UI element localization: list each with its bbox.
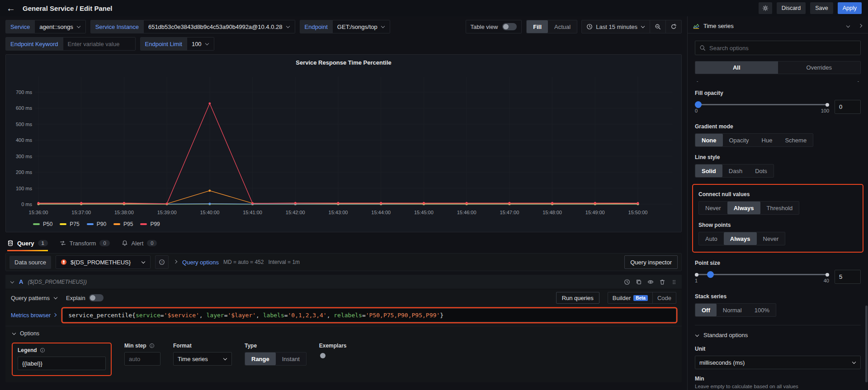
run-queries-button[interactable]: Run queries [556, 292, 599, 304]
query-options-toggle[interactable]: Query options [182, 259, 219, 266]
collapse-query-chevron-icon[interactable] [10, 279, 14, 283]
slider-start-dot [695, 273, 698, 277]
chevron-right-icon [53, 313, 57, 316]
timeseries-chart[interactable]: 0 ms100 ms200 ms300 ms400 ms500 ms600 ms… [11, 69, 676, 219]
alert-count-badge: 0 [147, 240, 157, 246]
tab-overrides[interactable]: Overrides [778, 61, 861, 74]
save-button[interactable]: Save [810, 2, 833, 14]
line-solid-button[interactable]: Solid [695, 164, 722, 177]
endpoint-label: Endpoint [300, 20, 332, 33]
tab-alert[interactable]: Alert 0 [122, 234, 157, 252]
back-button[interactable]: ← [6, 4, 15, 13]
gradient-scheme-button[interactable]: Scheme [778, 134, 813, 146]
endpoint-value[interactable]: GET:/songs/top [332, 20, 390, 33]
table-view-toggle[interactable] [502, 23, 517, 30]
remove-query-trash-icon[interactable] [659, 279, 665, 285]
points-never-button[interactable]: Never [757, 232, 785, 245]
query-patterns-dropdown[interactable]: Query patterns [11, 295, 58, 301]
legend-item-P99[interactable]: P99 [140, 221, 160, 227]
visualization-name[interactable]: Time series [703, 23, 734, 29]
refresh-button[interactable] [665, 20, 682, 33]
drag-handle-grip-icon[interactable] [671, 279, 677, 285]
chevron-down-icon[interactable] [846, 23, 850, 27]
legend-item-P75[interactable]: P75 [60, 221, 79, 227]
gradient-mode-option: Gradient mode None Opacity Hue Scheme [695, 123, 861, 147]
panel-settings-button[interactable] [759, 2, 772, 14]
datasource-help-button[interactable]: ? [155, 255, 169, 269]
actual-button[interactable]: Actual [548, 20, 577, 33]
chevron-down-icon [223, 357, 227, 360]
fill-opacity-slider-handle[interactable] [695, 101, 702, 108]
service-instance-value[interactable]: 651db53c0e3843d8b9c4c53a90b4992a@10.4.0.… [143, 20, 295, 33]
range-button[interactable]: Range [245, 352, 276, 365]
query-history-icon[interactable] [624, 279, 630, 285]
datasource-picker[interactable]: ${DS_PROMETHEUS} [56, 255, 151, 269]
gradient-opacity-button[interactable]: Opacity [723, 134, 755, 146]
explain-control: Explain [66, 294, 104, 301]
duplicate-query-icon[interactable] [636, 279, 642, 285]
instant-button[interactable]: Instant [276, 352, 306, 365]
gear-icon [762, 5, 769, 11]
fill-opacity-slider[interactable]: 0 100 [695, 101, 829, 116]
points-auto-button[interactable]: Auto [699, 232, 724, 245]
promql-expression-input[interactable]: service_percentile{service='$service', l… [62, 308, 676, 322]
hide-response-eye-icon[interactable] [647, 279, 654, 285]
svg-text:100 ms: 100 ms [16, 186, 33, 191]
collapse-options-chevron-icon[interactable] [859, 23, 862, 27]
endpoint-variable: Endpoint GET:/songs/top [300, 20, 390, 33]
metrics-browser-link[interactable]: Metrics browser [11, 312, 57, 319]
line-dots-button[interactable]: Dots [749, 164, 774, 177]
endpoint-limit-value[interactable]: 100 [187, 38, 214, 50]
svg-text:15:49:00: 15:49:00 [585, 210, 605, 215]
legend-item-P95[interactable]: P95 [113, 221, 133, 227]
point-size-value[interactable]: 5 [835, 270, 861, 284]
service-variable-value[interactable]: agent::songs [34, 20, 85, 33]
unit-select[interactable]: milliseconds (ms) [695, 356, 861, 369]
min-step-input[interactable] [124, 352, 160, 366]
fill-opacity-value[interactable]: 0 [835, 100, 861, 114]
query-options-collapse[interactable]: Options [5, 326, 682, 341]
interval-text: Interval = 1m [268, 259, 300, 265]
stack-off-button[interactable]: Off [695, 304, 717, 316]
code-mode-button[interactable]: Code [652, 292, 676, 303]
gradient-hue-button[interactable]: Hue [755, 134, 779, 146]
points-always-button[interactable]: Always [724, 232, 757, 245]
legend-item-P90[interactable]: P90 [87, 221, 106, 227]
tab-query[interactable]: Query 1 [7, 234, 48, 252]
tab-transform[interactable]: Transform 0 [60, 234, 110, 252]
legend-item-P50[interactable]: P50 [33, 221, 52, 227]
stack-normal-button[interactable]: Normal [717, 304, 748, 316]
gradient-none-button[interactable]: None [695, 134, 723, 146]
legend-format-input[interactable] [18, 357, 106, 370]
editor-tabs: Query 1 Transform 0 Alert 0 [5, 234, 682, 252]
connect-always-button[interactable]: Always [727, 202, 760, 214]
datasource-label: Data source [9, 256, 51, 269]
sidebar-scrollbar[interactable] [865, 305, 868, 382]
point-size-slider-handle[interactable] [707, 271, 714, 278]
connect-never-button[interactable]: Never [699, 202, 727, 214]
connect-threshold-button[interactable]: Threshold [760, 202, 799, 214]
apply-button[interactable]: Apply [838, 2, 862, 14]
standard-options-collapse[interactable]: Standard options [695, 325, 861, 338]
help-circle-icon: ? [159, 259, 165, 265]
point-size-slider[interactable]: 1 40 [695, 271, 829, 286]
show-points-switch: Auto Always Never [698, 232, 785, 245]
tab-all-options[interactable]: All [695, 61, 778, 74]
query-toolbar: Query patterns Explain Run queries Build… [5, 289, 682, 306]
options-tabs: All Overrides [695, 61, 861, 74]
builder-mode-button[interactable]: Builder Beta [608, 292, 652, 303]
stack-100-button[interactable]: 100% [748, 304, 776, 316]
format-select[interactable]: Time series [173, 352, 232, 366]
explain-toggle[interactable] [89, 294, 104, 301]
discard-button[interactable]: Discard [777, 2, 806, 14]
time-range-picker[interactable]: Last 15 minutes [581, 20, 650, 33]
min-option: Min Leave empty to calculate based on al… [695, 376, 861, 389]
endpoint-keyword-input[interactable] [63, 38, 135, 50]
line-dash-button[interactable]: Dash [722, 164, 749, 177]
svg-text:400 ms: 400 ms [16, 137, 33, 143]
query-inspector-button[interactable]: Query inspector [624, 255, 678, 269]
zoom-out-time-button[interactable] [650, 20, 666, 33]
options-search-input[interactable] [709, 45, 856, 52]
fill-button[interactable]: Fill [527, 20, 548, 33]
chart-legend: P50P75P90P95P99 [11, 220, 676, 228]
